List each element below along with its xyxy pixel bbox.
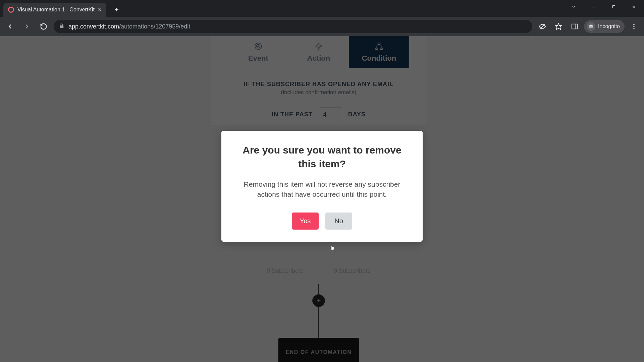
browser-tab[interactable]: Visual Automation 1 - ConvertKit × xyxy=(3,3,106,17)
url-text: app.convertkit.com/automations/1207959/e… xyxy=(68,23,190,30)
browser-tab-strip: Visual Automation 1 - ConvertKit × + xyxy=(0,0,644,17)
bookmark-star-icon[interactable] xyxy=(552,20,565,33)
close-window-icon[interactable] xyxy=(624,0,644,13)
back-button[interactable] xyxy=(3,20,17,33)
svg-marker-5 xyxy=(555,23,561,29)
forward-button[interactable] xyxy=(20,20,34,33)
reload-button[interactable] xyxy=(37,20,50,33)
svg-rect-1 xyxy=(613,6,615,8)
new-tab-button[interactable]: + xyxy=(111,4,122,15)
lock-icon xyxy=(59,23,64,30)
modal-title: Are you sure you want to remove this ite… xyxy=(233,143,411,171)
svg-point-13 xyxy=(633,28,634,29)
svg-rect-6 xyxy=(572,24,578,29)
close-tab-icon[interactable]: × xyxy=(98,6,102,13)
address-bar: app.convertkit.com/automations/1207959/e… xyxy=(0,17,644,36)
confirm-remove-modal: Are you sure you want to remove this ite… xyxy=(221,131,423,242)
incognito-icon xyxy=(587,22,595,31)
window-controls xyxy=(564,0,644,13)
svg-point-9 xyxy=(591,26,593,28)
url-input[interactable]: app.convertkit.com/automations/1207959/e… xyxy=(54,20,532,33)
side-panel-icon[interactable] xyxy=(568,20,581,33)
favicon-icon xyxy=(8,7,14,13)
incognito-label: Incognito xyxy=(598,23,620,29)
modal-body: Removing this item will not reverse any … xyxy=(233,179,411,200)
eye-off-icon[interactable] xyxy=(536,20,549,33)
page-viewport: Event Action Condition IF THE SUBSCRIBER… xyxy=(0,36,644,362)
svg-point-11 xyxy=(633,24,634,25)
svg-rect-10 xyxy=(591,27,591,27)
incognito-chip[interactable]: Incognito xyxy=(584,20,625,33)
kebab-menu-icon[interactable] xyxy=(627,20,641,33)
maximize-icon[interactable] xyxy=(604,0,624,13)
no-button[interactable]: No xyxy=(325,213,352,230)
minimize-icon[interactable] xyxy=(584,0,604,13)
yes-button[interactable]: Yes xyxy=(292,213,319,230)
tab-title: Visual Automation 1 - ConvertKit xyxy=(17,7,95,13)
svg-point-8 xyxy=(589,26,591,28)
tabs-dropdown-icon[interactable] xyxy=(564,0,584,13)
svg-point-12 xyxy=(633,26,634,27)
